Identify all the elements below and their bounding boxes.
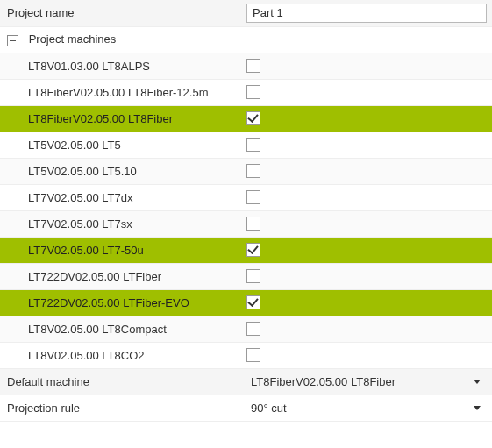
machine-row: LT5V02.05.00 LT5 [0,132,492,158]
project-name-row: Project name [0,0,492,26]
machine-row: LT722DV02.05.00 LTFiber-EVO [0,289,492,316]
machine-checkbox[interactable] [246,295,260,309]
project-name-input[interactable] [246,4,487,23]
machine-label: LT7V02.05.00 LT7sx [0,210,241,237]
machine-label: LT8FiberV02.05.00 LT8Fiber [0,105,241,132]
projection-rule-row: Projection rule90° cut [0,395,492,421]
machine-row: LT8V01.03.00 LT8ALPS [0,53,492,79]
machine-checkbox[interactable] [246,111,260,125]
machine-row: LT7V02.05.00 LT7-50u [0,237,492,263]
machine-row: LT7V02.05.00 LT7sx [0,210,492,237]
machine-checkbox[interactable] [246,138,260,152]
properties-grid: Project name Project machines LT8V01.03.… [0,0,492,422]
machine-checkbox[interactable] [246,190,260,204]
projection-rule-label: Projection rule [0,395,241,421]
machine-label: LT7V02.05.00 LT7-50u [0,237,241,263]
machine-label: LT8FiberV02.05.00 LT8Fiber-12.5m [0,79,241,105]
machines-group-row: Project machines [0,26,492,53]
default-machine-dropdown[interactable]: LT8FiberV02.05.00 LT8Fiber [246,371,487,392]
machines-group-label: Project machines [29,32,117,46]
machine-checkbox[interactable] [246,59,260,73]
machine-label: LT722DV02.05.00 LTFiber [0,263,241,289]
machine-row: LT8FiberV02.05.00 LT8Fiber [0,105,492,132]
machine-checkbox[interactable] [246,217,260,231]
machine-row: LT722DV02.05.00 LTFiber [0,263,492,289]
machine-label: LT8V01.03.00 LT8ALPS [0,53,241,79]
default-machine-row: Default machineLT8FiberV02.05.00 LT8Fibe… [0,368,492,395]
machine-checkbox[interactable] [246,243,260,257]
default-machine-label: Default machine [0,368,241,395]
machine-row: LT5V02.05.00 LT5.10 [0,158,492,184]
machine-label: LT5V02.05.00 LT5 [0,132,241,158]
machine-row: LT8V02.05.00 LT8Compact [0,316,492,342]
project-name-label: Project name [0,0,241,26]
projection-rule-value: 90° cut [251,402,474,415]
chevron-down-icon [474,380,481,384]
machine-label: LT8V02.05.00 LT8Compact [0,316,241,342]
machine-label: LT5V02.05.00 LT5.10 [0,158,241,184]
chevron-down-icon [474,406,481,410]
default-machine-value: LT8FiberV02.05.00 LT8Fiber [251,375,474,388]
collapse-icon[interactable] [7,35,18,46]
machine-label: LT722DV02.05.00 LTFiber-EVO [0,289,241,316]
machine-label: LT8V02.05.00 LT8CO2 [0,342,241,368]
machine-row: LT8FiberV02.05.00 LT8Fiber-12.5m [0,79,492,105]
machine-checkbox[interactable] [246,322,260,336]
machine-row: LT7V02.05.00 LT7dx [0,184,492,210]
machine-checkbox[interactable] [246,269,260,283]
machine-label: LT7V02.05.00 LT7dx [0,184,241,210]
machine-checkbox[interactable] [246,85,260,99]
projection-rule-dropdown[interactable]: 90° cut [246,397,487,418]
machine-checkbox[interactable] [246,348,260,362]
machine-checkbox[interactable] [246,164,260,178]
machine-row: LT8V02.05.00 LT8CO2 [0,342,492,368]
